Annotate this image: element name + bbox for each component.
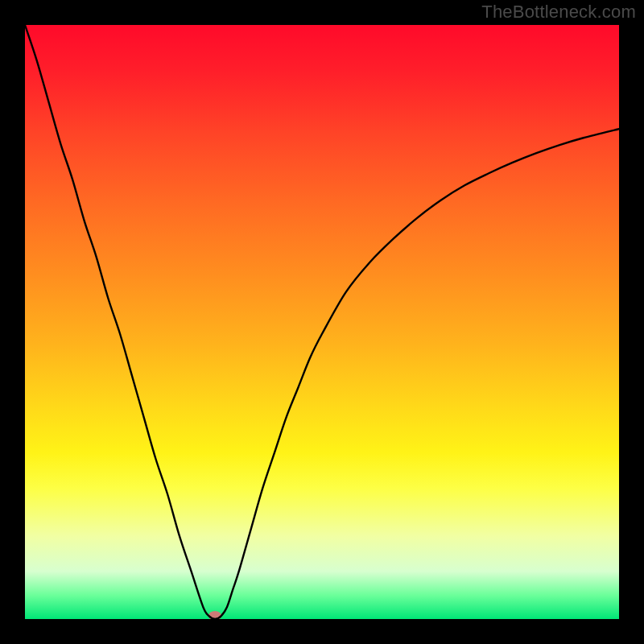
watermark-text: TheBottleneck.com [481,2,636,23]
plot-area [25,25,619,619]
chart-frame: TheBottleneck.com [0,0,644,644]
bottleneck-curve [25,25,619,619]
